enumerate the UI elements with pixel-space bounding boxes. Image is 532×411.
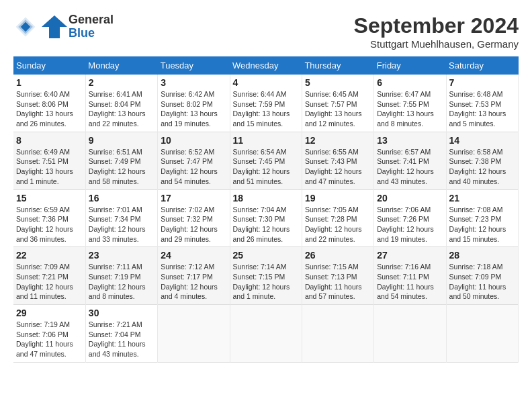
calendar-week-row: 1 Sunrise: 6:40 AMSunset: 8:06 PMDayligh… bbox=[13, 75, 519, 132]
weekday-header-thursday: Thursday bbox=[302, 56, 373, 75]
calendar-cell: 10 Sunrise: 6:52 AMSunset: 7:47 PMDaylig… bbox=[158, 132, 230, 189]
calendar-cell: 6 Sunrise: 6:47 AMSunset: 7:55 PMDayligh… bbox=[374, 75, 446, 132]
logo-general-text: General bbox=[69, 13, 114, 26]
cell-info: Sunrise: 7:08 AMSunset: 7:23 PMDaylight:… bbox=[449, 205, 515, 244]
cell-info: Sunrise: 6:47 AMSunset: 7:55 PMDaylight:… bbox=[377, 89, 443, 129]
day-number: 16 bbox=[89, 193, 154, 203]
day-number: 2 bbox=[89, 77, 154, 88]
calendar-cell bbox=[158, 305, 230, 363]
calendar-cell: 11 Sunrise: 6:54 AMSunset: 7:45 PMDaylig… bbox=[230, 132, 302, 189]
calendar-cell: 1 Sunrise: 6:40 AMSunset: 8:06 PMDayligh… bbox=[13, 75, 85, 132]
cell-info: Sunrise: 6:58 AMSunset: 7:38 PMDaylight:… bbox=[449, 147, 515, 187]
svg-marker-4 bbox=[42, 15, 67, 38]
month-title: September 2024 bbox=[354, 13, 519, 38]
cell-info: Sunrise: 6:57 AMSunset: 7:41 PMDaylight:… bbox=[377, 147, 443, 187]
calendar-cell: 2 Sunrise: 6:41 AMSunset: 8:04 PMDayligh… bbox=[85, 75, 157, 132]
day-number: 14 bbox=[449, 135, 515, 146]
day-number: 11 bbox=[233, 135, 299, 146]
weekday-header-tuesday: Tuesday bbox=[158, 56, 230, 75]
calendar-cell: 20 Sunrise: 7:06 AMSunset: 7:26 PMDaylig… bbox=[374, 189, 446, 247]
cell-info: Sunrise: 7:18 AMSunset: 7:09 PMDaylight:… bbox=[449, 262, 515, 302]
calendar-cell: 18 Sunrise: 7:04 AMSunset: 7:30 PMDaylig… bbox=[230, 189, 302, 247]
calendar-cell: 14 Sunrise: 6:58 AMSunset: 7:38 PMDaylig… bbox=[446, 132, 518, 189]
calendar-cell: 28 Sunrise: 7:18 AMSunset: 7:09 PMDaylig… bbox=[446, 247, 518, 305]
calendar-week-row: 15 Sunrise: 6:59 AMSunset: 7:36 PMDaylig… bbox=[13, 189, 519, 247]
calendar-cell: 7 Sunrise: 6:48 AMSunset: 7:53 PMDayligh… bbox=[446, 75, 518, 132]
day-number: 15 bbox=[16, 193, 83, 203]
calendar-cell: 21 Sunrise: 7:08 AMSunset: 7:23 PMDaylig… bbox=[446, 189, 518, 247]
calendar-cell: 24 Sunrise: 7:12 AMSunset: 7:17 PMDaylig… bbox=[158, 247, 230, 305]
cell-info: Sunrise: 6:54 AMSunset: 7:45 PMDaylight:… bbox=[233, 147, 299, 187]
calendar-cell: 17 Sunrise: 7:02 AMSunset: 7:32 PMDaylig… bbox=[158, 189, 230, 247]
logo-icon bbox=[13, 15, 38, 39]
weekday-header-row: SundayMondayTuesdayWednesdayThursdayFrid… bbox=[13, 56, 519, 75]
day-number: 22 bbox=[16, 250, 83, 261]
calendar-cell bbox=[230, 305, 302, 363]
day-number: 24 bbox=[161, 250, 226, 261]
cell-info: Sunrise: 7:11 AMSunset: 7:19 PMDaylight:… bbox=[89, 262, 154, 302]
cell-info: Sunrise: 7:16 AMSunset: 7:11 PMDaylight:… bbox=[377, 262, 443, 302]
day-number: 13 bbox=[377, 135, 443, 146]
weekday-header-saturday: Saturday bbox=[446, 56, 518, 75]
cell-info: Sunrise: 6:59 AMSunset: 7:36 PMDaylight:… bbox=[16, 205, 83, 244]
calendar-cell: 5 Sunrise: 6:45 AMSunset: 7:57 PMDayligh… bbox=[302, 75, 373, 132]
weekday-header-wednesday: Wednesday bbox=[230, 56, 302, 75]
page-header: General Blue September 2024 Stuttgart Mu… bbox=[13, 13, 519, 50]
cell-info: Sunrise: 6:40 AMSunset: 8:06 PMDaylight:… bbox=[16, 89, 83, 129]
day-number: 26 bbox=[305, 250, 371, 261]
logo-arrow-icon bbox=[42, 15, 67, 38]
day-number: 5 bbox=[305, 77, 371, 88]
calendar-cell bbox=[302, 305, 373, 363]
cell-info: Sunrise: 6:48 AMSunset: 7:53 PMDaylight:… bbox=[449, 89, 515, 129]
cell-info: Sunrise: 7:14 AMSunset: 7:15 PMDaylight:… bbox=[233, 262, 299, 302]
calendar-cell: 19 Sunrise: 7:05 AMSunset: 7:28 PMDaylig… bbox=[302, 189, 373, 247]
cell-info: Sunrise: 7:12 AMSunset: 7:17 PMDaylight:… bbox=[161, 262, 226, 302]
calendar-table: SundayMondayTuesdayWednesdayThursdayFrid… bbox=[13, 56, 519, 363]
day-number: 12 bbox=[305, 135, 371, 146]
day-number: 9 bbox=[89, 135, 154, 146]
day-number: 6 bbox=[377, 77, 443, 88]
calendar-cell: 26 Sunrise: 7:15 AMSunset: 7:13 PMDaylig… bbox=[302, 247, 373, 305]
cell-info: Sunrise: 7:01 AMSunset: 7:34 PMDaylight:… bbox=[89, 205, 154, 244]
cell-info: Sunrise: 6:45 AMSunset: 7:57 PMDaylight:… bbox=[305, 89, 371, 129]
calendar-cell: 29 Sunrise: 7:19 AMSunset: 7:06 PMDaylig… bbox=[13, 305, 85, 363]
day-number: 28 bbox=[449, 250, 515, 261]
logo: General Blue bbox=[13, 13, 114, 40]
day-number: 18 bbox=[233, 193, 299, 203]
day-number: 17 bbox=[161, 193, 226, 203]
day-number: 21 bbox=[449, 193, 515, 203]
day-number: 1 bbox=[16, 77, 83, 88]
day-number: 7 bbox=[449, 77, 515, 88]
cell-info: Sunrise: 7:05 AMSunset: 7:28 PMDaylight:… bbox=[305, 205, 371, 244]
cell-info: Sunrise: 6:42 AMSunset: 8:02 PMDaylight:… bbox=[161, 89, 226, 129]
day-number: 25 bbox=[233, 250, 299, 261]
weekday-header-friday: Friday bbox=[374, 56, 446, 75]
cell-info: Sunrise: 6:44 AMSunset: 7:59 PMDaylight:… bbox=[233, 89, 299, 129]
calendar-cell: 30 Sunrise: 7:21 AMSunset: 7:04 PMDaylig… bbox=[85, 305, 157, 363]
calendar-cell bbox=[374, 305, 446, 363]
day-number: 19 bbox=[305, 193, 371, 203]
logo-blue-text: Blue bbox=[69, 26, 95, 40]
day-number: 23 bbox=[89, 250, 154, 261]
day-number: 27 bbox=[377, 250, 443, 261]
calendar-cell: 27 Sunrise: 7:16 AMSunset: 7:11 PMDaylig… bbox=[374, 247, 446, 305]
day-number: 4 bbox=[233, 77, 299, 88]
cell-info: Sunrise: 7:04 AMSunset: 7:30 PMDaylight:… bbox=[233, 205, 299, 244]
cell-info: Sunrise: 7:21 AMSunset: 7:04 PMDaylight:… bbox=[89, 320, 154, 359]
calendar-cell: 13 Sunrise: 6:57 AMSunset: 7:41 PMDaylig… bbox=[374, 132, 446, 189]
cell-info: Sunrise: 6:51 AMSunset: 7:49 PMDaylight:… bbox=[89, 147, 154, 187]
day-number: 10 bbox=[161, 135, 226, 146]
calendar-cell: 22 Sunrise: 7:09 AMSunset: 7:21 PMDaylig… bbox=[13, 247, 85, 305]
cell-info: Sunrise: 6:55 AMSunset: 7:43 PMDaylight:… bbox=[305, 147, 371, 187]
calendar-cell: 4 Sunrise: 6:44 AMSunset: 7:59 PMDayligh… bbox=[230, 75, 302, 132]
calendar-week-row: 22 Sunrise: 7:09 AMSunset: 7:21 PMDaylig… bbox=[13, 247, 519, 305]
cell-info: Sunrise: 6:52 AMSunset: 7:47 PMDaylight:… bbox=[161, 147, 226, 187]
calendar-cell: 9 Sunrise: 6:51 AMSunset: 7:49 PMDayligh… bbox=[85, 132, 157, 189]
cell-info: Sunrise: 7:06 AMSunset: 7:26 PMDaylight:… bbox=[377, 205, 443, 244]
day-number: 29 bbox=[16, 308, 83, 318]
calendar-cell bbox=[446, 305, 518, 363]
weekday-header-monday: Monday bbox=[85, 56, 157, 75]
weekday-header-sunday: Sunday bbox=[13, 56, 85, 75]
calendar-cell: 12 Sunrise: 6:55 AMSunset: 7:43 PMDaylig… bbox=[302, 132, 373, 189]
cell-info: Sunrise: 7:02 AMSunset: 7:32 PMDaylight:… bbox=[161, 205, 226, 244]
